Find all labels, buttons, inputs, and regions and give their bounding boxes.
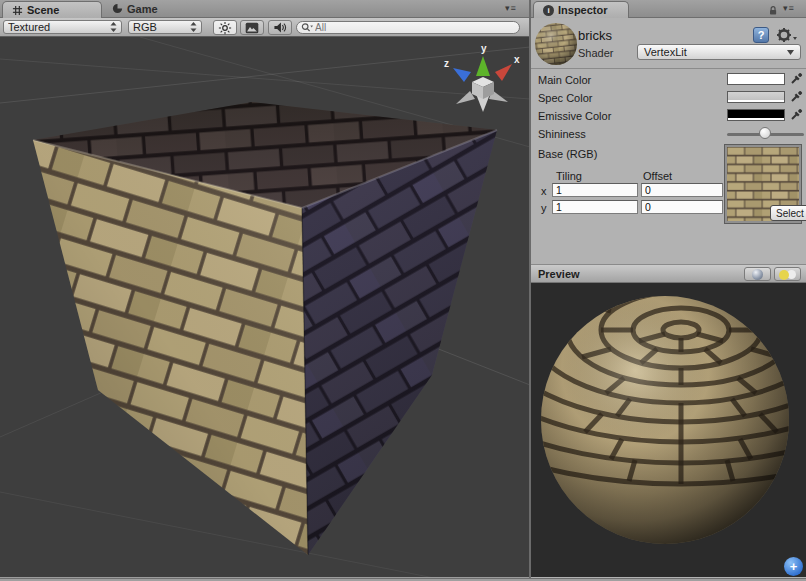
- updown-caret-icon: [190, 22, 197, 32]
- gear-menu-icon[interactable]: [776, 27, 798, 43]
- eyedropper-icon[interactable]: [790, 108, 803, 121]
- sun-icon: [218, 21, 232, 35]
- shininess-label: Shininess: [538, 128, 586, 140]
- material-preview-area[interactable]: +: [531, 283, 806, 577]
- offset-y-field[interactable]: [641, 200, 723, 214]
- tab-game[interactable]: Game: [112, 0, 158, 17]
- preview-lighting-button[interactable]: [774, 267, 801, 281]
- game-icon: [112, 3, 123, 14]
- base-texture-label: Base (RGB): [538, 148, 597, 160]
- gizmo-y-label: y: [481, 43, 487, 54]
- tab-game-label: Game: [127, 3, 158, 15]
- offset-x-field[interactable]: [641, 183, 723, 197]
- scene-3d-canvas: y x z: [0, 37, 530, 577]
- inspector-panel: i Inspector ▾≡: [531, 0, 806, 581]
- scene-panel-menu-icon[interactable]: ▾≡: [505, 3, 517, 13]
- info-icon: i: [543, 5, 554, 16]
- select-button[interactable]: Select: [770, 205, 806, 221]
- color-channel-dropdown[interactable]: RGB: [128, 20, 202, 34]
- skybox-toggle-button[interactable]: [240, 20, 264, 35]
- audio-toggle-button[interactable]: [268, 20, 292, 35]
- separator: [531, 68, 806, 69]
- add-preview-button[interactable]: +: [784, 557, 803, 576]
- main-color-swatch[interactable]: [727, 73, 785, 85]
- chevron-down-icon: [787, 50, 794, 55]
- image-icon: [245, 22, 259, 34]
- shader-label: Shader: [578, 47, 613, 59]
- gizmo-z-label: z: [444, 58, 449, 69]
- lighting-toggle-button[interactable]: [213, 20, 237, 35]
- row-x-label: x: [541, 185, 547, 197]
- draw-mode-dropdown[interactable]: Textured: [3, 20, 122, 34]
- updown-caret-icon: [110, 22, 117, 32]
- offset-header: Offset: [643, 170, 672, 182]
- unity-editor-window: Scene Game ▾≡ Textured RGB: [0, 0, 806, 581]
- gizmo-x-label: x: [514, 54, 520, 65]
- spec-color-label: Spec Color: [538, 92, 592, 104]
- tab-scene[interactable]: Scene: [2, 1, 102, 18]
- material-name: bricks: [578, 28, 612, 43]
- emissive-color-label: Emissive Color: [538, 110, 611, 122]
- scene-search-box: [296, 21, 520, 34]
- scene-viewport[interactable]: y x z: [0, 37, 530, 577]
- color-channel-label: RGB: [133, 21, 190, 33]
- shader-dropdown[interactable]: VertexLit: [637, 44, 801, 60]
- tab-inspector[interactable]: i Inspector: [533, 1, 629, 18]
- material-sphere-thumbnail: [534, 22, 578, 66]
- scene-toolbar: Textured RGB: [0, 18, 530, 37]
- help-icon[interactable]: ?: [753, 27, 769, 43]
- scene-tabbar: Scene Game ▾≡: [0, 0, 529, 18]
- spec-color-swatch[interactable]: [727, 91, 785, 103]
- draw-mode-label: Textured: [8, 21, 110, 33]
- tiling-x-field[interactable]: [552, 183, 638, 197]
- scene-grid-icon: [12, 5, 23, 16]
- row-y-label: y: [541, 202, 547, 214]
- tab-scene-label: Scene: [27, 4, 59, 16]
- search-icon: [301, 22, 313, 33]
- preview-model-button[interactable]: [744, 267, 771, 281]
- shininess-slider-knob[interactable]: [759, 127, 771, 139]
- sphere-icon: [752, 269, 763, 280]
- tab-inspector-label: Inspector: [558, 4, 608, 16]
- inspector-tabbar: i Inspector ▾≡: [531, 0, 806, 18]
- preview-header[interactable]: Preview: [531, 264, 806, 283]
- lock-icon[interactable]: [767, 4, 779, 16]
- main-color-label: Main Color: [538, 74, 591, 86]
- preview-title: Preview: [538, 268, 580, 280]
- eyedropper-icon[interactable]: [790, 90, 803, 103]
- inspector-panel-menu-icon[interactable]: ▾≡: [783, 3, 795, 13]
- tiling-header: Tiling: [556, 170, 582, 182]
- speaker-icon: [273, 21, 287, 34]
- emissive-color-swatch[interactable]: [727, 109, 785, 121]
- eyedropper-icon[interactable]: [790, 72, 803, 85]
- search-input[interactable]: [313, 21, 515, 34]
- shader-value: VertexLit: [644, 46, 787, 58]
- preview-sphere: [531, 283, 806, 577]
- tiling-y-field[interactable]: [552, 200, 638, 214]
- two-lights-icon: [775, 268, 800, 280]
